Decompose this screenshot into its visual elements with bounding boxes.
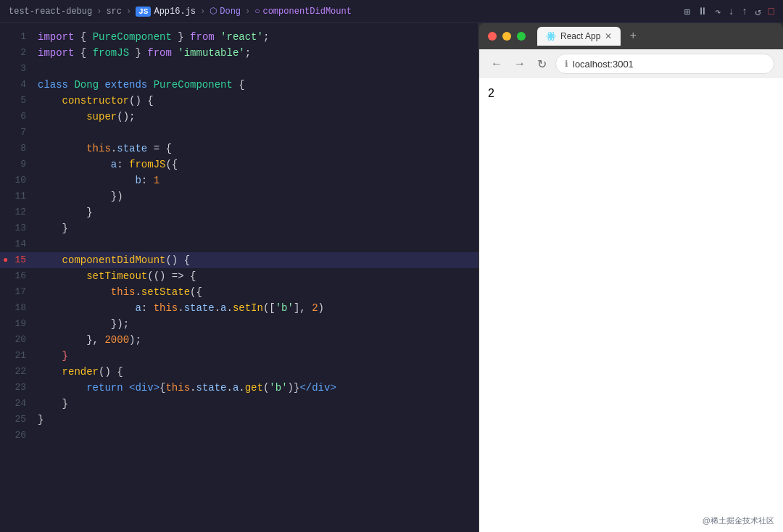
line-num-5: 5 <box>0 93 38 109</box>
breadcrumb-src: src <box>106 7 122 17</box>
code-line-18: 18 a: this.state.a.setIn(['b'], 2) <box>0 300 478 316</box>
address-bar[interactable]: ℹ localhost:3001 <box>555 54 774 74</box>
debug-step-over-icon[interactable]: ↷ <box>715 6 721 18</box>
breadcrumb-sep: › <box>96 7 102 17</box>
tab-close-button[interactable]: ✕ <box>605 31 612 41</box>
url-text: localhost:3001 <box>573 59 634 70</box>
line-content-3 <box>38 61 478 77</box>
line-num-13: 13 <box>0 220 38 236</box>
line-content-10: b: 1 <box>38 173 478 188</box>
line-content-9: a: fromJS({ <box>38 157 478 173</box>
debug-pause-icon[interactable]: ⏸ <box>697 6 708 17</box>
line-num-21: 21 <box>0 348 38 364</box>
code-line-15: ●15 componentDidMount() { <box>0 252 478 268</box>
debug-step-into-icon[interactable]: ↓ <box>728 6 734 17</box>
code-editor: 1 import { PureComponent } from 'react';… <box>0 23 478 532</box>
line-content-13: } <box>38 220 478 236</box>
line-content-16: setTimeout(() => { <box>38 268 478 284</box>
code-line-12: 12 } <box>0 204 478 220</box>
browser-toolbar: ← → ↻ ℹ localhost:3001 <box>479 49 783 78</box>
lock-icon: ℹ <box>565 59 568 69</box>
line-content-14 <box>38 236 478 252</box>
line-content-18: a: this.state.a.setIn(['b'], 2) <box>38 300 478 316</box>
debug-grid-icon[interactable]: ⊞ <box>684 6 689 18</box>
line-content-24: } <box>38 396 478 412</box>
code-area[interactable]: 1 import { PureComponent } from 'react';… <box>0 23 478 532</box>
new-tab-button[interactable]: + <box>629 30 637 43</box>
code-line-21: 21 } <box>0 348 478 364</box>
code-line-13: 13 } <box>0 220 478 236</box>
line-num-3: 3 <box>0 61 38 77</box>
breadcrumb-method-icon: ○ <box>254 7 260 17</box>
code-line-24: 24 } <box>0 396 478 412</box>
debug-stop-icon[interactable]: □ <box>768 6 774 17</box>
browser-content: 2 <box>479 78 783 532</box>
traffic-light-red[interactable] <box>488 32 497 41</box>
forward-button[interactable]: → <box>511 54 529 73</box>
line-content-1: import { PureComponent } from 'react'; <box>38 29 478 45</box>
line-num-16: 16 <box>0 268 38 284</box>
code-line-26: 26 <box>0 428 478 444</box>
code-line-2: 2 import { fromJS } from 'immutable'; <box>0 45 478 61</box>
line-content-7 <box>38 125 478 141</box>
code-line-22: 22 render() { <box>0 364 478 380</box>
line-num-20: 20 <box>0 332 38 348</box>
traffic-light-green[interactable] <box>517 32 526 41</box>
reload-button[interactable]: ↻ <box>534 54 550 74</box>
line-num-10: 10 <box>0 173 38 188</box>
code-line-19: 19 }); <box>0 316 478 332</box>
breadcrumb-component-icon: ⬡ <box>210 6 217 17</box>
code-line-1: 1 import { PureComponent } from 'react'; <box>0 29 478 45</box>
line-num-6: 6 <box>0 109 38 125</box>
js-badge: JS <box>136 7 151 17</box>
debug-restart-icon[interactable]: ↺ <box>755 6 761 18</box>
code-line-10: 10 b: 1 <box>0 173 478 188</box>
debug-step-out-icon[interactable]: ↑ <box>742 6 747 17</box>
line-num-17: 17 <box>0 284 38 300</box>
breadcrumb-sep4: › <box>245 7 250 17</box>
breadcrumb-filename: App16.js <box>154 7 196 17</box>
code-line-7: 7 <box>0 125 478 141</box>
line-content-15: componentDidMount() { <box>38 252 478 268</box>
line-content-6: super(); <box>38 109 478 125</box>
watermark: @稀土掘金技术社区 <box>703 515 774 526</box>
breadcrumb-sep2: › <box>126 7 131 17</box>
breadcrumb-component: Dong <box>220 7 241 17</box>
line-content-25: } <box>38 412 478 428</box>
browser-tab-title: React App <box>560 31 600 41</box>
back-button[interactable]: ← <box>488 54 505 73</box>
line-num-12: 12 <box>0 204 38 220</box>
line-num-26: 26 <box>0 428 38 444</box>
react-favicon <box>546 31 556 41</box>
line-content-12: } <box>38 204 478 220</box>
breadcrumb-bar: test-react-debug › src › JS App16.js › ⬡… <box>0 0 783 23</box>
line-content-8: this.state = { <box>38 141 478 157</box>
code-line-23: 23 return <div>{this.state.a.get('b')}</… <box>0 380 478 396</box>
line-num-23: 23 <box>0 380 38 396</box>
line-content-5: constructor() { <box>38 93 478 109</box>
line-content-21: } <box>38 348 478 364</box>
code-line-25: 25 } <box>0 412 478 428</box>
line-content-17: this.setState({ <box>38 284 478 300</box>
breadcrumb-method: componentDidMount <box>262 7 351 17</box>
line-content-22: render() { <box>38 364 478 380</box>
code-line-11: 11 }) <box>0 188 478 204</box>
line-content-2: import { fromJS } from 'immutable'; <box>38 45 478 61</box>
code-line-6: 6 super(); <box>0 109 478 125</box>
line-num-22: 22 <box>0 364 38 380</box>
browser-titlebar: React App ✕ + <box>479 23 783 49</box>
code-line-9: 9 a: fromJS({ <box>0 157 478 173</box>
debug-toolbar: ⊞ ⏸ ↷ ↓ ↑ ↺ □ <box>684 0 774 23</box>
breadcrumb-sep3: › <box>200 7 205 17</box>
line-num-7: 7 <box>0 125 38 141</box>
line-num-19: 19 <box>0 316 38 332</box>
line-content-4: class Dong extends PureComponent { <box>38 77 478 93</box>
line-num-9: 9 <box>0 157 38 173</box>
browser-tab[interactable]: React App ✕ <box>537 27 621 46</box>
code-line-17: 17 this.setState({ <box>0 284 478 300</box>
line-num-15: ●15 <box>0 252 38 268</box>
code-line-14: 14 <box>0 236 478 252</box>
line-num-8: 8 <box>0 141 38 157</box>
svg-point-0 <box>550 35 552 38</box>
traffic-light-yellow[interactable] <box>502 32 511 41</box>
